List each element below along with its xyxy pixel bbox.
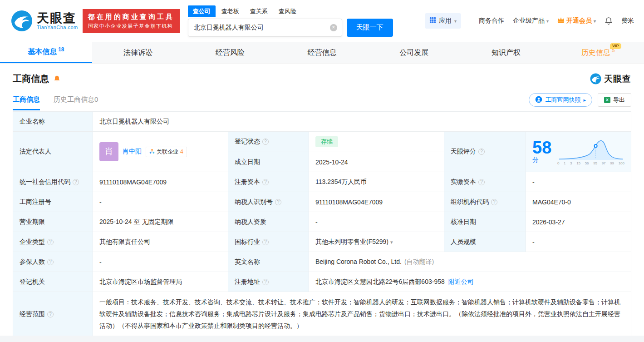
tab-basic-info-count: 18 (58, 46, 64, 53)
notification-bell-icon[interactable] (605, 17, 613, 25)
auto-translate-note: (自动翻译) (404, 258, 434, 265)
search-tab-company[interactable]: 查公司 (188, 5, 216, 17)
clear-search-icon[interactable]: × (330, 24, 337, 31)
tianyancha-logo[interactable]: 天眼查 TianYanCha.com (11, 10, 78, 32)
official-snapshot-button[interactable]: 工商官网快照 ▸ (529, 93, 592, 107)
excel-icon: X (604, 97, 610, 103)
search-tab-relation[interactable]: 查关系 (245, 5, 273, 17)
tab-operating-label: 经营信息 (308, 48, 337, 58)
tab-legal-label: 法律诉讼 (123, 48, 152, 58)
reg-address-value: 北京市海淀区文慧园北路22号6层西部603-958 (315, 278, 445, 285)
reg-authority-value: 北京市海淀区市场监督管理局 (93, 272, 228, 292)
help-icon[interactable]: ? (47, 259, 54, 265)
legal-rep-label: 法定代表人 (13, 132, 93, 172)
crown-icon (557, 17, 565, 25)
tab-basic-info-label: 基本信息 (28, 47, 57, 57)
subtab-business-info[interactable]: 工商信息 (13, 95, 40, 110)
reg-number-value: - (93, 192, 228, 212)
insured-count-value: - (93, 252, 228, 272)
search-input-wrap: × (188, 19, 342, 37)
tab-operating-info[interactable]: 经营信息 (276, 42, 368, 63)
subscribe-bell-icon[interactable] (53, 75, 61, 83)
brand-domain: TianYanCha.com (37, 25, 78, 30)
business-term-value: 2025-10-24 至 无固定期限 (93, 212, 228, 232)
business-scope-value: 一般项目：技术服务、技术开发、技术咨询、技术交流、技术转让、技术推广；软件开发；… (93, 292, 631, 337)
tab-intellectual-property[interactable]: 知识产权 (460, 42, 552, 63)
search-area: 查公司 查老板 查关系 查风险 × 天眼一下 (188, 5, 393, 37)
tab-history-info[interactable]: 历史信息 5 VIP (552, 42, 644, 63)
related-companies-count: 4 (180, 149, 183, 155)
insured-count-label: 参保人数 (20, 258, 45, 265)
table-row: 登记机关 北京市海淀区市场监督管理局 注册地址? 北京市海淀区文慧园北路22号6… (13, 272, 631, 292)
banner-line2: 国家中小企业发展子基金旗下机构 (88, 23, 174, 30)
table-row: 参保人数? - 英文名称 Beijing Corona Robot Co., L… (13, 252, 631, 272)
company-nav-tabs: 基本信息 18 法律诉讼 经营风险 经营信息 公司发展 知识产权 历史信息 5 … (0, 42, 644, 64)
tab-risk-label: 经营风险 (216, 48, 245, 58)
score-cell: 58分 0131556959799100 (526, 132, 631, 172)
taxpayer-id-value: 91110108MAG04E7009 (309, 192, 444, 212)
user-menu[interactable]: 费米 (621, 17, 634, 25)
open-vip-link[interactable]: 开通会员 ▾ (557, 17, 596, 25)
help-icon[interactable]: ? (491, 199, 497, 205)
org-code-value: MAG04E70-0 (526, 192, 631, 212)
export-label: 导出 (613, 96, 625, 104)
chevron-down-icon: ▾ (454, 19, 457, 24)
legal-rep-avatar[interactable]: 肖 (99, 142, 118, 161)
legal-rep-name-link[interactable]: 肖中阳 (123, 148, 142, 156)
vip-badge: VIP (610, 43, 621, 49)
industry-value-cell: 其他未列明零售业(F5299)▾ (309, 232, 444, 252)
related-companies-label: 关联企业 (157, 148, 178, 156)
score-distribution-chart: 0131556959799100 (557, 138, 624, 165)
establish-date-value: 2025-10-24 (309, 152, 444, 172)
help-icon[interactable]: ? (73, 179, 79, 185)
help-icon[interactable]: ? (47, 239, 54, 245)
reg-status-label-cell: 登记状态? (228, 132, 309, 152)
help-icon[interactable]: ? (275, 199, 281, 205)
search-tab-boss[interactable]: 查老板 (216, 5, 244, 17)
tab-basic-info[interactable]: 基本信息 18 (0, 42, 92, 63)
table-row: 企业名称 北京日冕机器人有限公司 (13, 112, 631, 132)
search-button[interactable]: 天眼一下 (347, 19, 393, 37)
help-icon[interactable]: ? (478, 179, 485, 185)
apps-grid-icon (429, 17, 436, 25)
reg-capital-label-cell: 注册资本? (228, 172, 309, 192)
approval-date-value: 2026-03-27 (526, 212, 631, 232)
export-button[interactable]: X 导出 (598, 93, 631, 107)
tab-company-development[interactable]: 公司发展 (368, 42, 460, 63)
watermark-brand-name: 天眼查 (604, 73, 631, 85)
chevron-down-icon: ▾ (594, 19, 596, 24)
reg-authority-label: 登记机关 (13, 272, 93, 292)
help-icon[interactable]: ? (262, 279, 269, 285)
company-type-value: 其他有限责任公司 (93, 232, 228, 252)
table-row: 统一社会信用代码? 91110108MAG04E7009 注册资本? 113.2… (13, 172, 631, 192)
search-tab-risk[interactable]: 查风险 (274, 5, 301, 17)
table-row: 营业期限 2025-10-24 至 无固定期限 纳税人资质 - 核准日期 202… (13, 212, 631, 232)
reg-address-label: 注册地址 (235, 278, 260, 285)
establish-date-label: 成立日期 (228, 152, 309, 172)
chevron-down-icon[interactable]: ▾ (390, 239, 393, 245)
help-icon[interactable]: ? (262, 179, 269, 185)
business-cooperation-link[interactable]: 商务合作 (479, 17, 504, 25)
divider (470, 16, 470, 26)
industry-value: 其他未列明零售业(F5299) (315, 238, 388, 245)
tab-legal-proceedings[interactable]: 法律诉讼 (92, 42, 184, 63)
nearby-companies-link[interactable]: 附近公司 (448, 278, 474, 285)
help-icon[interactable]: ? (262, 139, 269, 145)
enterprise-products-link[interactable]: 企业级产品 ▾ (513, 17, 549, 25)
tab-operating-risk[interactable]: 经营风险 (184, 42, 276, 63)
related-companies-tag[interactable]: 关联企业 4 (146, 147, 187, 157)
help-icon[interactable]: ? (478, 149, 485, 155)
help-icon[interactable]: ? (262, 239, 269, 245)
apps-button[interactable]: 应用 ▾ (425, 13, 461, 29)
english-name-value: Beijing Corona Robot Co., Ltd. (315, 258, 402, 265)
taxpayer-id-label-cell: 纳税人识别号? (228, 192, 309, 212)
subtab-row: 工商信息 历史工商信息0 工商官网快照 ▸ X 导出 (13, 93, 631, 110)
company-name-value: 北京日冕机器人有限公司 (93, 112, 631, 132)
subtab-history-business-info[interactable]: 历史工商信息0 (54, 95, 98, 110)
business-scope-label-cell: 经营范围? (13, 292, 93, 337)
search-input[interactable] (188, 19, 342, 36)
reg-status-value-cell: 存续 (309, 132, 444, 152)
paid-capital-label-cell: 实缴资本? (444, 172, 526, 192)
search-tabs: 查公司 查老板 查关系 查风险 (188, 5, 393, 17)
help-icon[interactable]: ? (47, 311, 54, 317)
